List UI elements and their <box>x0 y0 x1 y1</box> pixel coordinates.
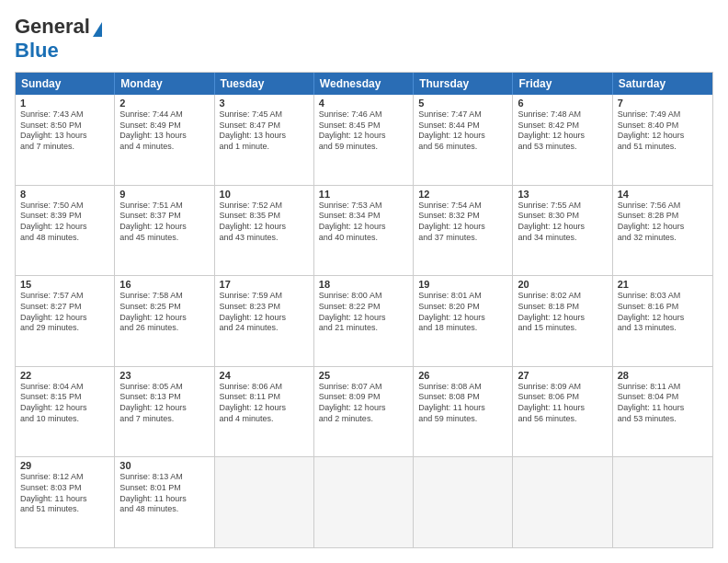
day-number: 13 <box>518 189 607 200</box>
calendar-day-30: 30Sunrise: 8:13 AM Sunset: 8:01 PM Dayli… <box>115 457 214 547</box>
calendar-day-25: 25Sunrise: 8:07 AM Sunset: 8:09 PM Dayli… <box>314 367 414 457</box>
calendar-day-24: 24Sunrise: 8:06 AM Sunset: 8:11 PM Dayli… <box>215 367 314 457</box>
day-info: Sunrise: 8:00 AM Sunset: 8:22 PM Dayligh… <box>319 291 408 334</box>
day-number: 2 <box>119 98 209 109</box>
day-info: Sunrise: 8:12 AM Sunset: 8:03 PM Dayligh… <box>20 472 109 515</box>
calendar-day-5: 5Sunrise: 7:47 AM Sunset: 8:44 PM Daylig… <box>414 95 513 185</box>
day-info: Sunrise: 7:49 AM Sunset: 8:40 PM Dayligh… <box>618 109 708 153</box>
calendar-empty-cell <box>613 457 712 547</box>
day-info: Sunrise: 8:05 AM Sunset: 8:13 PM Dayligh… <box>119 382 209 425</box>
day-info: Sunrise: 8:02 AM Sunset: 8:18 PM Dayligh… <box>518 291 607 334</box>
calendar-day-11: 11Sunrise: 7:53 AM Sunset: 8:34 PM Dayli… <box>314 186 414 276</box>
day-number: 4 <box>319 98 408 109</box>
day-info: Sunrise: 7:53 AM Sunset: 8:34 PM Dayligh… <box>319 201 408 244</box>
header-cell-thursday: Thursday <box>414 73 513 95</box>
day-info: Sunrise: 7:51 AM Sunset: 8:37 PM Dayligh… <box>119 201 209 244</box>
day-info: Sunrise: 7:44 AM Sunset: 8:49 PM Dayligh… <box>119 109 209 153</box>
calendar-day-26: 26Sunrise: 8:08 AM Sunset: 8:08 PM Dayli… <box>414 367 513 457</box>
day-number: 28 <box>618 370 708 381</box>
day-number: 12 <box>418 189 507 200</box>
day-number: 1 <box>20 98 109 109</box>
calendar-day-19: 19Sunrise: 8:01 AM Sunset: 8:20 PM Dayli… <box>414 276 513 366</box>
calendar-day-29: 29Sunrise: 8:12 AM Sunset: 8:03 PM Dayli… <box>16 457 115 547</box>
day-info: Sunrise: 7:50 AM Sunset: 8:39 PM Dayligh… <box>20 201 109 244</box>
header-cell-monday: Monday <box>115 73 214 95</box>
calendar-day-15: 15Sunrise: 7:57 AM Sunset: 8:27 PM Dayli… <box>16 276 115 366</box>
calendar-day-7: 7Sunrise: 7:49 AM Sunset: 8:40 PM Daylig… <box>613 95 712 185</box>
day-number: 20 <box>518 279 607 290</box>
logo-triangle-icon <box>93 22 102 37</box>
day-info: Sunrise: 7:43 AM Sunset: 8:50 PM Dayligh… <box>20 109 109 153</box>
calendar-day-22: 22Sunrise: 8:04 AM Sunset: 8:15 PM Dayli… <box>16 367 115 457</box>
calendar-day-21: 21Sunrise: 8:03 AM Sunset: 8:16 PM Dayli… <box>613 276 712 366</box>
calendar-day-13: 13Sunrise: 7:55 AM Sunset: 8:30 PM Dayli… <box>513 186 612 276</box>
calendar-empty-cell <box>215 457 314 547</box>
calendar-week-2: 8Sunrise: 7:50 AM Sunset: 8:39 PM Daylig… <box>16 186 712 277</box>
day-info: Sunrise: 7:58 AM Sunset: 8:25 PM Dayligh… <box>119 291 209 334</box>
day-info: Sunrise: 8:09 AM Sunset: 8:06 PM Dayligh… <box>518 382 607 425</box>
calendar: SundayMondayTuesdayWednesdayThursdayFrid… <box>15 72 713 548</box>
day-info: Sunrise: 7:59 AM Sunset: 8:23 PM Dayligh… <box>220 291 309 334</box>
day-number: 16 <box>119 279 209 290</box>
calendar-day-17: 17Sunrise: 7:59 AM Sunset: 8:23 PM Dayli… <box>215 276 314 366</box>
logo: General Blue <box>15 15 102 63</box>
calendar-day-4: 4Sunrise: 7:46 AM Sunset: 8:45 PM Daylig… <box>314 95 414 185</box>
day-number: 21 <box>618 279 708 290</box>
calendar-empty-cell <box>314 457 414 547</box>
calendar-week-1: 1Sunrise: 7:43 AM Sunset: 8:50 PM Daylig… <box>16 95 712 186</box>
calendar-day-18: 18Sunrise: 8:00 AM Sunset: 8:22 PM Dayli… <box>314 276 414 366</box>
day-number: 29 <box>20 460 109 471</box>
calendar-day-28: 28Sunrise: 8:11 AM Sunset: 8:04 PM Dayli… <box>613 367 712 457</box>
day-number: 26 <box>418 370 507 381</box>
header-cell-tuesday: Tuesday <box>215 73 314 95</box>
day-info: Sunrise: 7:54 AM Sunset: 8:32 PM Dayligh… <box>418 201 507 244</box>
day-info: Sunrise: 8:07 AM Sunset: 8:09 PM Dayligh… <box>319 382 408 425</box>
day-number: 22 <box>20 370 109 381</box>
day-info: Sunrise: 7:47 AM Sunset: 8:44 PM Dayligh… <box>418 109 507 153</box>
header-cell-friday: Friday <box>513 73 612 95</box>
calendar-day-9: 9Sunrise: 7:51 AM Sunset: 8:37 PM Daylig… <box>115 186 214 276</box>
day-info: Sunrise: 8:06 AM Sunset: 8:11 PM Dayligh… <box>220 382 309 425</box>
calendar-week-3: 15Sunrise: 7:57 AM Sunset: 8:27 PM Dayli… <box>16 276 712 367</box>
day-number: 11 <box>319 189 408 200</box>
day-number: 17 <box>220 279 309 290</box>
day-info: Sunrise: 7:56 AM Sunset: 8:28 PM Dayligh… <box>618 201 708 244</box>
day-number: 27 <box>518 370 607 381</box>
day-number: 3 <box>220 98 309 109</box>
header-cell-wednesday: Wednesday <box>314 73 414 95</box>
day-number: 5 <box>418 98 507 109</box>
calendar-day-2: 2Sunrise: 7:44 AM Sunset: 8:49 PM Daylig… <box>115 95 214 185</box>
calendar-week-5: 29Sunrise: 8:12 AM Sunset: 8:03 PM Dayli… <box>16 457 712 547</box>
calendar-body: 1Sunrise: 7:43 AM Sunset: 8:50 PM Daylig… <box>16 95 712 547</box>
day-info: Sunrise: 7:55 AM Sunset: 8:30 PM Dayligh… <box>518 201 607 244</box>
day-number: 18 <box>319 279 408 290</box>
day-number: 6 <box>518 98 607 109</box>
day-info: Sunrise: 7:52 AM Sunset: 8:35 PM Dayligh… <box>220 201 309 244</box>
calendar-empty-cell <box>414 457 513 547</box>
day-number: 23 <box>119 370 209 381</box>
day-number: 8 <box>20 189 109 200</box>
day-number: 7 <box>618 98 708 109</box>
day-info: Sunrise: 8:04 AM Sunset: 8:15 PM Dayligh… <box>20 382 109 425</box>
day-info: Sunrise: 7:46 AM Sunset: 8:45 PM Dayligh… <box>319 109 408 153</box>
calendar-week-4: 22Sunrise: 8:04 AM Sunset: 8:15 PM Dayli… <box>16 367 712 458</box>
day-number: 19 <box>418 279 507 290</box>
calendar-day-16: 16Sunrise: 7:58 AM Sunset: 8:25 PM Dayli… <box>115 276 214 366</box>
calendar-empty-cell <box>513 457 612 547</box>
calendar-day-14: 14Sunrise: 7:56 AM Sunset: 8:28 PM Dayli… <box>613 186 712 276</box>
calendar-day-8: 8Sunrise: 7:50 AM Sunset: 8:39 PM Daylig… <box>16 186 115 276</box>
logo-blue: Blue <box>15 39 59 63</box>
calendar-day-20: 20Sunrise: 8:02 AM Sunset: 8:18 PM Dayli… <box>513 276 612 366</box>
calendar-day-12: 12Sunrise: 7:54 AM Sunset: 8:32 PM Dayli… <box>414 186 513 276</box>
header-cell-saturday: Saturday <box>613 73 712 95</box>
calendar-header: SundayMondayTuesdayWednesdayThursdayFrid… <box>16 73 712 95</box>
day-info: Sunrise: 8:08 AM Sunset: 8:08 PM Dayligh… <box>418 382 507 425</box>
day-number: 14 <box>618 189 708 200</box>
day-number: 9 <box>119 189 209 200</box>
day-number: 10 <box>220 189 309 200</box>
day-info: Sunrise: 8:03 AM Sunset: 8:16 PM Dayligh… <box>618 291 708 334</box>
calendar-day-10: 10Sunrise: 7:52 AM Sunset: 8:35 PM Dayli… <box>215 186 314 276</box>
day-info: Sunrise: 7:45 AM Sunset: 8:47 PM Dayligh… <box>220 109 309 153</box>
day-number: 25 <box>319 370 408 381</box>
day-number: 24 <box>220 370 309 381</box>
